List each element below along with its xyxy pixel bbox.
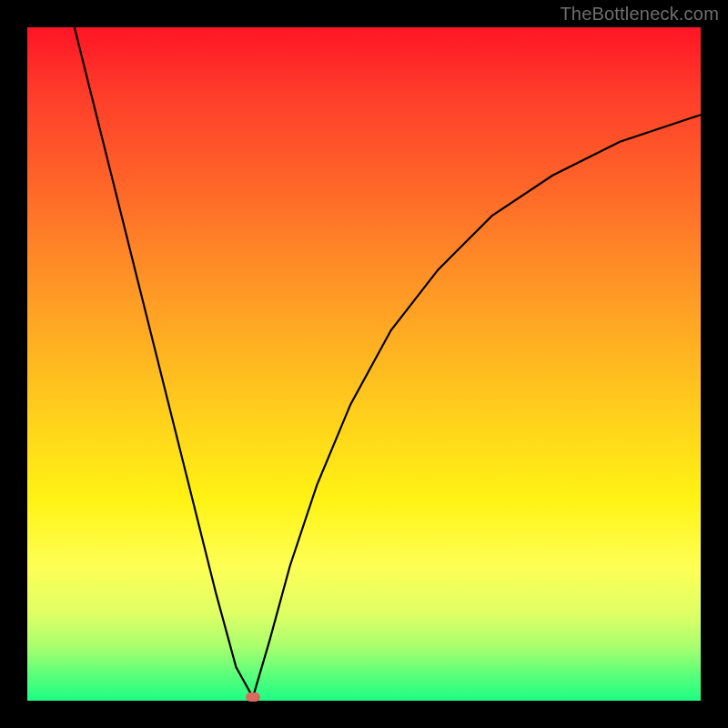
chart-frame: TheBottleneck.com (0, 0, 728, 728)
plot-area (27, 27, 701, 701)
curve-left-branch (75, 27, 253, 697)
minimum-marker (246, 693, 260, 702)
bottleneck-curve (27, 27, 701, 701)
curve-right-branch (253, 115, 701, 697)
watermark-text: TheBottleneck.com (560, 4, 719, 25)
